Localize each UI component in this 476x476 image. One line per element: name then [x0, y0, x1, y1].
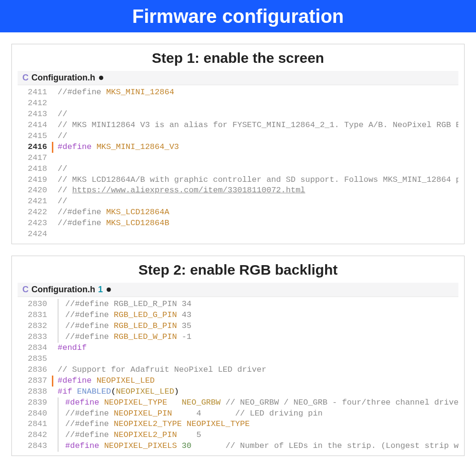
- line-number: 2830: [18, 299, 53, 310]
- step2-section: Step 2: enable RGB backlight C Configura…: [11, 256, 465, 456]
- line-number: 2419: [18, 175, 53, 186]
- line-number: 2414: [18, 120, 53, 131]
- code-text: //#define MKS_MINI_12864: [58, 87, 174, 98]
- line-number: 2834: [18, 343, 53, 354]
- code-text: //#define RGB_LED_W_PIN -1: [58, 332, 191, 343]
- code-line: 2421//: [18, 196, 458, 207]
- line-number: 2422: [18, 207, 53, 218]
- change-marker-icon: [52, 376, 53, 387]
- code-text: //: [58, 109, 67, 120]
- code-line: 2424: [18, 229, 458, 240]
- line-number: 2415: [18, 131, 53, 142]
- code-block-step2[interactable]: 2830//#define RGB_LED_R_PIN 342831//#def…: [18, 297, 458, 456]
- line-number: 2832: [18, 321, 53, 332]
- code-line: 2412: [18, 98, 458, 109]
- step1-title: Step 1: enable the screen: [12, 44, 464, 71]
- line-number: 2843: [18, 441, 53, 452]
- code-text: #if ENABLED(NEOPIXEL_LED): [58, 387, 179, 397]
- code-line: 2423//#define MKS_LCD12864B: [18, 218, 458, 229]
- file-type-c-icon: C: [22, 73, 29, 83]
- code-line: 2830//#define RGB_LED_R_PIN 34: [18, 299, 458, 310]
- code-text: //#define NEOPIXEL2_TYPE NEOPIXEL_TYPE: [58, 419, 250, 430]
- file-name: Configuration.h: [31, 285, 95, 295]
- page-banner: Firmware configuration: [0, 0, 476, 32]
- code-line: 2413//: [18, 109, 458, 120]
- code-line: 2419// MKS LCD12864A/B with graphic cont…: [18, 175, 458, 186]
- code-line: 2836// Support for Adafruit NeoPixel LED…: [18, 365, 458, 376]
- file-suffix: 1: [98, 285, 103, 295]
- code-line: 2834#endif: [18, 343, 458, 354]
- code-line: 2411//#define MKS_MINI_12864: [18, 87, 458, 98]
- code-line: 2838˅#if ENABLED(NEOPIXEL_LED): [18, 387, 458, 397]
- code-text: #endif: [58, 343, 87, 354]
- code-line: 2417: [18, 153, 458, 164]
- code-text: //#define RGB_LED_G_PIN 43: [58, 310, 191, 321]
- code-line: 2840//#define NEOPIXEL_PIN 4 // LED driv…: [18, 408, 458, 419]
- line-number: 2839: [18, 397, 53, 408]
- line-number: 2836: [18, 365, 53, 376]
- code-line: 2831//#define RGB_LED_G_PIN 43: [18, 310, 458, 321]
- code-text: #define NEOPIXEL_PIXELS 30 // Number of …: [58, 441, 458, 452]
- line-number: 2837: [18, 376, 53, 387]
- editor-tab-step2[interactable]: C Configuration.h 1: [18, 283, 458, 297]
- step1-section: Step 1: enable the screen C Configuratio…: [11, 44, 465, 244]
- code-text: #define NEOPIXEL_LED: [58, 376, 155, 387]
- code-text: //#define RGB_LED_R_PIN 34: [58, 299, 191, 310]
- code-line: 2420// https://www.aliexpress.com/item/3…: [18, 185, 458, 196]
- file-type-c-icon: C: [22, 285, 29, 295]
- code-text: //: [58, 164, 67, 175]
- line-number: 2411: [18, 87, 53, 98]
- code-line: 2832//#define RGB_LED_B_PIN 35: [18, 321, 458, 332]
- code-text: //: [58, 131, 67, 142]
- code-text: // Support for Adafruit NeoPixel LED dri…: [58, 365, 267, 376]
- code-text: #define MKS_MINI_12864_V3: [58, 142, 179, 153]
- code-text: //#define MKS_LCD12864A: [58, 207, 169, 218]
- line-number: 2412: [18, 98, 53, 109]
- code-line: 2835: [18, 354, 458, 365]
- code-line: 2416#define MKS_MINI_12864_V3: [18, 142, 458, 153]
- line-number: 2416: [18, 142, 53, 153]
- code-text: //#define RGB_LED_B_PIN 35: [58, 321, 191, 332]
- code-line: 2833//#define RGB_LED_W_PIN -1: [18, 332, 458, 343]
- line-number: 2841: [18, 419, 53, 430]
- line-number: 2413: [18, 109, 53, 120]
- code-text: // MKS LCD12864A/B with graphic controll…: [58, 175, 458, 186]
- code-line: 2414// MKS MINI12864 V3 is an alias for …: [18, 120, 458, 131]
- code-line: 2415//: [18, 131, 458, 142]
- code-line: 2842//#define NEOPIXEL2_PIN 5: [18, 430, 458, 441]
- line-number: 2842: [18, 430, 53, 441]
- code-line: 2418//: [18, 164, 458, 175]
- code-block-step1[interactable]: 2411//#define MKS_MINI_1286424122413//24…: [18, 85, 458, 244]
- code-text: //#define NEOPIXEL_PIN 4 // LED driving …: [58, 408, 323, 419]
- change-marker-icon: [52, 142, 53, 153]
- code-line: 2843#define NEOPIXEL_PIXELS 30 // Number…: [18, 441, 458, 452]
- line-number: 2423: [18, 218, 53, 229]
- line-number: 2418: [18, 164, 53, 175]
- step2-title: Step 2: enable RGB backlight: [12, 256, 464, 283]
- code-line: 2839#define NEOPIXEL_TYPE NEO_GRBW // NE…: [18, 397, 458, 408]
- line-number: 2417: [18, 153, 53, 164]
- file-name: Configuration.h: [31, 73, 95, 83]
- modified-dot-icon: [107, 288, 111, 292]
- modified-dot-icon: [99, 76, 103, 80]
- line-number: 2840: [18, 408, 53, 419]
- code-line: 2837#define NEOPIXEL_LED: [18, 376, 458, 387]
- line-number: 2424: [18, 229, 53, 240]
- code-text: #define NEOPIXEL_TYPE NEO_GRBW // NEO_GR…: [58, 397, 458, 408]
- line-number: 2831: [18, 310, 53, 321]
- code-text: //#define NEOPIXEL2_PIN 5: [58, 430, 201, 441]
- editor-tab-step1[interactable]: C Configuration.h: [18, 71, 458, 85]
- line-number: 2420: [18, 185, 53, 196]
- line-number: 2835: [18, 354, 53, 365]
- line-number: 2833: [18, 332, 53, 343]
- code-line: 2841//#define NEOPIXEL2_TYPE NEOPIXEL_TY…: [18, 419, 458, 430]
- code-text: // MKS MINI12864 V3 is an alias for FYSE…: [58, 120, 458, 131]
- code-text: // https://www.aliexpress.com/item/33018…: [58, 185, 305, 196]
- code-text: //: [58, 196, 67, 207]
- line-number: 2421: [18, 196, 53, 207]
- line-number: 2838˅: [18, 387, 53, 397]
- code-line: 2422//#define MKS_LCD12864A: [18, 207, 458, 218]
- code-text: //#define MKS_LCD12864B: [58, 218, 169, 229]
